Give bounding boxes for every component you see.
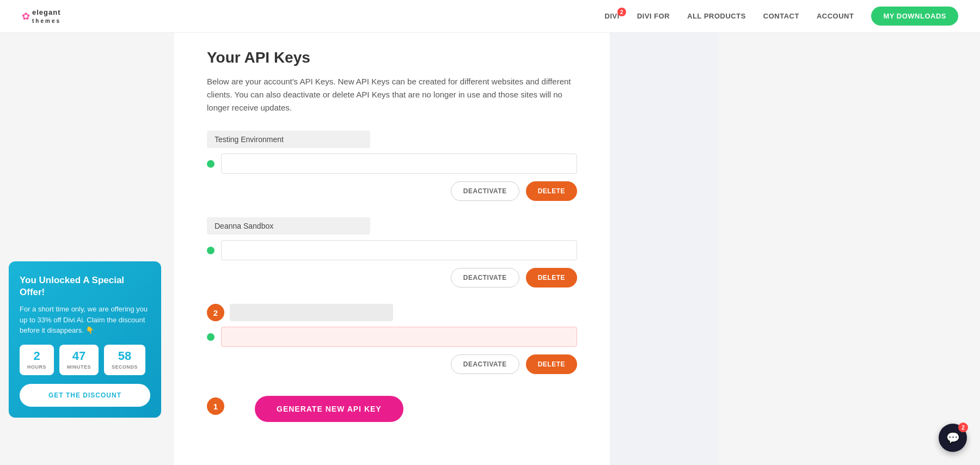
seconds-label: SECONDS (112, 364, 138, 370)
right-sidebar (610, 33, 719, 465)
logo-text: elegantthemes (32, 8, 61, 25)
page-layout: You Unlocked A Special Offer! For a shor… (0, 33, 980, 465)
generate-api-key-button[interactable]: GENERATE NEW API KEY (255, 396, 403, 422)
api-key-input-3[interactable] (221, 327, 577, 347)
chat-widget[interactable]: 💬 2 (939, 424, 967, 452)
nav-divi-for[interactable]: DIVI FOR (637, 12, 670, 20)
promo-card: You Unlocked A Special Offer! For a shor… (9, 261, 161, 418)
chat-badge: 2 (958, 423, 968, 432)
status-dot-1 (207, 160, 215, 168)
api-key-row-2 (207, 240, 577, 260)
my-downloads-button[interactable]: MY DOWNLOADS (871, 7, 958, 26)
nav-contact[interactable]: CONTACT (763, 12, 799, 20)
status-dot-3 (207, 333, 215, 341)
page-title: Your API Keys (207, 49, 577, 66)
countdown: 2 HOURS 47 MINUTES 58 SECONDS (20, 345, 150, 375)
deactivate-button-2[interactable]: DEACTIVATE (451, 268, 519, 287)
api-actions-3: DEACTIVATE DELETE (207, 354, 577, 374)
countdown-seconds: 58 SECONDS (104, 345, 145, 375)
page-description: Below are your account's API Keys. New A… (207, 75, 577, 114)
promo-sidebar: You Unlocked A Special Offer! For a shor… (0, 33, 174, 465)
header: ✿ elegantthemes DIVI 2 DIVI FOR ALL PROD… (0, 0, 980, 33)
generate-row: 1 GENERATE NEW API KEY (207, 390, 577, 422)
chat-icon: 💬 (946, 431, 960, 444)
api-entry-3: 2 DEACTIVATE DELETE (207, 304, 577, 374)
api-actions-2: DEACTIVATE DELETE (207, 268, 577, 287)
logo-icon: ✿ (22, 10, 30, 22)
api-key-row-1 (207, 154, 577, 174)
api-actions-1: DEACTIVATE DELETE (207, 181, 577, 201)
delete-button-3[interactable]: DELETE (526, 354, 577, 374)
delete-button-1[interactable]: DELETE (526, 181, 577, 201)
api-name-field-1[interactable] (207, 131, 370, 148)
divi-badge: 2 (617, 8, 626, 16)
api-key-input-2[interactable] (221, 240, 577, 260)
api-key-row-3 (207, 327, 577, 347)
nav-all-products[interactable]: ALL PRODUCTS (687, 12, 746, 20)
api-entry-1: DEACTIVATE DELETE (207, 131, 577, 201)
deactivate-button-3[interactable]: DEACTIVATE (451, 354, 519, 374)
hours-value: 2 (27, 350, 46, 362)
deactivate-button-1[interactable]: DEACTIVATE (451, 181, 519, 201)
generate-badge: 1 (207, 397, 224, 415)
main-content: Your API Keys Below are your account's A… (174, 33, 610, 465)
api-entry-2: DEACTIVATE DELETE (207, 217, 577, 287)
hours-label: HOURS (27, 364, 46, 370)
entry-badge-3: 2 (207, 304, 224, 321)
countdown-minutes: 47 MINUTES (59, 345, 99, 375)
minutes-value: 47 (67, 350, 91, 362)
logo: ✿ elegantthemes (22, 8, 61, 25)
api-name-field-3[interactable] (230, 304, 393, 321)
nav-divi[interactable]: DIVI 2 (605, 12, 620, 20)
main-nav: DIVI 2 DIVI FOR ALL PRODUCTS CONTACT ACC… (605, 7, 958, 26)
minutes-label: MINUTES (67, 364, 91, 370)
nav-account[interactable]: ACCOUNT (817, 12, 854, 20)
api-key-input-1[interactable] (221, 154, 577, 174)
promo-desc: For a short time only, we are offering y… (20, 304, 150, 336)
status-dot-2 (207, 247, 215, 254)
delete-button-2[interactable]: DELETE (526, 268, 577, 287)
entry-header-3: 2 (207, 304, 577, 321)
countdown-hours: 2 HOURS (20, 345, 54, 375)
seconds-value: 58 (112, 350, 138, 362)
promo-title: You Unlocked A Special Offer! (20, 274, 150, 298)
api-name-field-2[interactable] (207, 217, 370, 235)
get-discount-button[interactable]: GET THE DISCOUNT (20, 384, 150, 407)
